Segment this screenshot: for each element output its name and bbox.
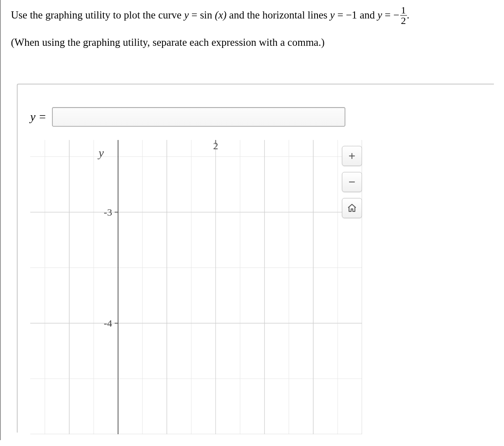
graph-area[interactable]: 2-3-4y + − [30,140,362,434]
instruction-line-2: (When using the graphing utility, separa… [11,34,494,51]
svg-text:2: 2 [213,140,218,151]
input-label: y = [30,110,46,124]
home-button[interactable] [342,198,362,218]
expression-input-row: y = [30,107,494,127]
svg-text:y: y [97,146,104,159]
svg-text:-3: -3 [104,207,112,218]
zoom-out-button[interactable]: − [342,172,362,192]
zoom-in-button[interactable]: + [342,146,362,166]
instruction-line-1: Use the graphing utility to plot the cur… [11,6,494,26]
svg-text:-4: -4 [104,318,112,329]
graphing-utility-panel: y = 2-3-4y + − [17,84,494,433]
home-icon [347,203,357,213]
graph-canvas[interactable]: 2-3-4y [30,140,362,434]
expression-input[interactable] [52,107,345,127]
